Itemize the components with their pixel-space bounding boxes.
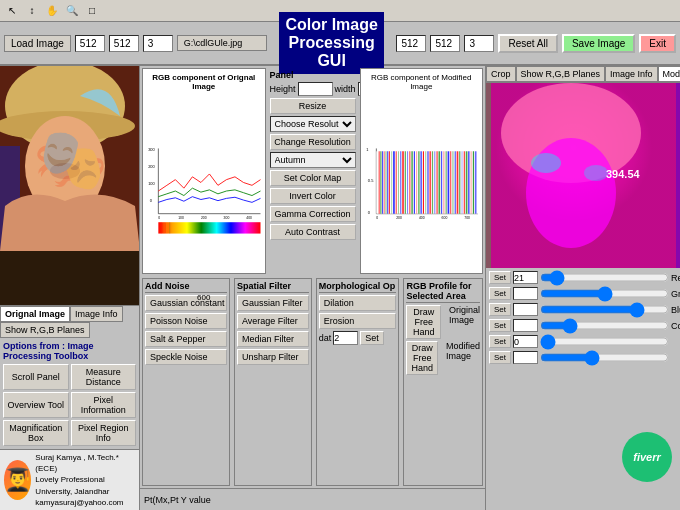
svg-text:600: 600 — [441, 216, 447, 220]
dim-right-channels: 3 — [464, 35, 494, 52]
author-name: Suraj Kamya , M.Tech.* (ECE) — [35, 452, 135, 474]
green-value-input[interactable] — [513, 287, 538, 300]
erosion-button[interactable]: Erosion — [319, 313, 397, 329]
morph-set-button[interactable]: Set — [360, 331, 384, 345]
dim-width: 512 — [75, 35, 105, 52]
avatar-text: Suraj Kamya , M.Tech.* (ECE) Lovely Prof… — [35, 452, 135, 508]
arrow-icon[interactable]: ↖ — [4, 3, 20, 19]
pixel-region-button[interactable]: Pixel Region Info — [71, 420, 137, 446]
green-slider[interactable] — [540, 287, 669, 300]
content-area: Orignal Image Image Info Show R,G,B Plan… — [0, 66, 680, 510]
gamma-correction-button[interactable]: Gamma Correction — [270, 206, 356, 222]
blue-value-input[interactable] — [513, 303, 538, 316]
x-axis-label: 600 — [147, 293, 261, 302]
measure-distance-button[interactable]: Measure Distance — [71, 364, 137, 390]
window-icon[interactable]: □ — [84, 3, 100, 19]
contrast-slider[interactable] — [540, 319, 669, 332]
unsharp-filter-button[interactable]: Unsharp Filter — [237, 349, 309, 365]
salt-pepper-button[interactable]: Salt & Pepper — [145, 331, 227, 347]
dilation-button[interactable]: Dilation — [319, 295, 397, 311]
set-blue-button[interactable]: Set — [489, 303, 511, 316]
svg-text:0: 0 — [367, 210, 370, 215]
contrast-value-input[interactable] — [513, 319, 538, 332]
load-image-button[interactable]: Load Image — [4, 35, 71, 52]
options-title: Options from : Image Processing Toolbox — [3, 341, 136, 361]
app-title: Color Image Processing GUI — [279, 12, 385, 74]
spatial-section: Spatial Filter Gaussian Filter Average F… — [234, 278, 312, 486]
colormap-select[interactable]: Autumn — [270, 152, 356, 168]
resize-button[interactable]: Resize — [270, 98, 356, 114]
svg-rect-17 — [158, 222, 260, 233]
row6-value-input[interactable] — [513, 351, 538, 364]
average-filter-button[interactable]: Average Filter — [237, 313, 309, 329]
change-resolution-button[interactable]: Change Resolution — [270, 134, 356, 150]
pixel-info-button[interactable]: Pixel Information — [71, 392, 137, 418]
draw-freehand-original-button[interactable]: Draw Free Hand — [406, 305, 441, 339]
right-panel: Crop Show R,G,B Planes Image Info Modifi… — [485, 66, 680, 510]
height-input[interactable] — [298, 82, 333, 96]
tab-original-image[interactable]: Orignal Image — [0, 306, 70, 322]
svg-text:0.5: 0.5 — [367, 178, 373, 183]
hand-icon[interactable]: ✋ — [44, 3, 60, 19]
dim-height: 512 — [109, 35, 139, 52]
mag-box-button[interactable]: Magnification Box — [3, 420, 69, 446]
modified-image-label: Modified Image — [446, 341, 480, 375]
svg-text:1: 1 — [366, 147, 369, 152]
tab-rgb-planes[interactable]: Show R,G,B Planes — [0, 322, 90, 338]
exit-button[interactable]: Exit — [639, 34, 676, 53]
set-contrast-button[interactable]: Set — [489, 319, 511, 332]
set-colormap-button[interactable]: Set Color Map — [270, 170, 356, 186]
auto-contrast-button[interactable]: Auto Contrast — [270, 224, 356, 240]
svg-rect-85 — [676, 83, 680, 268]
speckle-noise-button[interactable]: Speckle Noise — [145, 349, 227, 365]
svg-point-2 — [0, 111, 135, 141]
filename-input[interactable] — [177, 35, 267, 51]
set-green-button[interactable]: Set — [489, 287, 511, 300]
tab-image-info[interactable]: Image Info — [605, 66, 658, 82]
morph-label: dat — [319, 333, 332, 343]
set-red-button[interactable]: Set — [489, 271, 511, 284]
overview-tool-button[interactable]: Overview Tool — [3, 392, 69, 418]
set-row6-button[interactable]: Set — [489, 351, 511, 364]
svg-text:200: 200 — [148, 164, 155, 169]
red-component-row: Set Red Component — [489, 271, 677, 284]
poisson-noise-button[interactable]: Poisson Noise — [145, 313, 227, 329]
svg-text:200: 200 — [201, 216, 207, 220]
reset-all-button[interactable]: Reset All — [498, 34, 557, 53]
svg-text:300: 300 — [224, 216, 230, 220]
morph-value-input[interactable] — [333, 331, 358, 345]
blue-slider[interactable] — [540, 303, 669, 316]
invert-color-button[interactable]: Invert Color — [270, 188, 356, 204]
row6-slider[interactable] — [540, 351, 669, 364]
pointer-icon[interactable]: ↕ — [24, 3, 40, 19]
noise-section: Add Noise Gaussian constant Poisson Nois… — [142, 278, 230, 486]
tab-crop[interactable]: Crop — [486, 66, 516, 82]
svg-text:700: 700 — [464, 216, 470, 220]
resolution-select[interactable]: Choose Resolution — [270, 116, 356, 132]
scroll-panel-button[interactable]: Scroll Panel — [3, 364, 69, 390]
tab-modified-image[interactable]: Modified Image — [658, 66, 680, 82]
blue-label: Blue Component — [671, 305, 680, 315]
draw-freehand-modified-button[interactable]: Draw Free Hand — [406, 341, 438, 375]
red-value-input[interactable] — [513, 271, 538, 284]
dim-right-width: 512 — [396, 35, 426, 52]
median-filter-button[interactable]: Median Filter — [237, 331, 309, 347]
set-row5-button[interactable]: Set — [489, 335, 511, 348]
charts-area: RGB component of Orignal Image 300 200 1… — [140, 66, 485, 276]
tab-image-info[interactable]: Image Info — [70, 306, 123, 322]
dim-channels: 3 — [143, 35, 173, 52]
tab-show-rgb[interactable]: Show R,G,B Planes — [516, 66, 606, 82]
row5-value-input[interactable] — [513, 335, 538, 348]
original-chart-title: RGB component of Orignal Image — [147, 73, 261, 91]
height-label: Height — [270, 84, 296, 94]
zoom-icon[interactable]: 🔍 — [64, 3, 80, 19]
contrast-row: Set Contrast — [489, 319, 677, 332]
red-slider[interactable] — [540, 271, 669, 284]
options-panel: Options from : Image Processing Toolbox … — [0, 338, 139, 449]
save-image-button[interactable]: Save Image — [562, 34, 635, 53]
rgb-row-original: Draw Free Hand Original Image — [406, 305, 480, 339]
svg-text:0: 0 — [376, 216, 378, 220]
width-label: width — [335, 84, 356, 94]
row5-slider[interactable] — [540, 335, 669, 348]
green-label: Green Component — [671, 289, 680, 299]
